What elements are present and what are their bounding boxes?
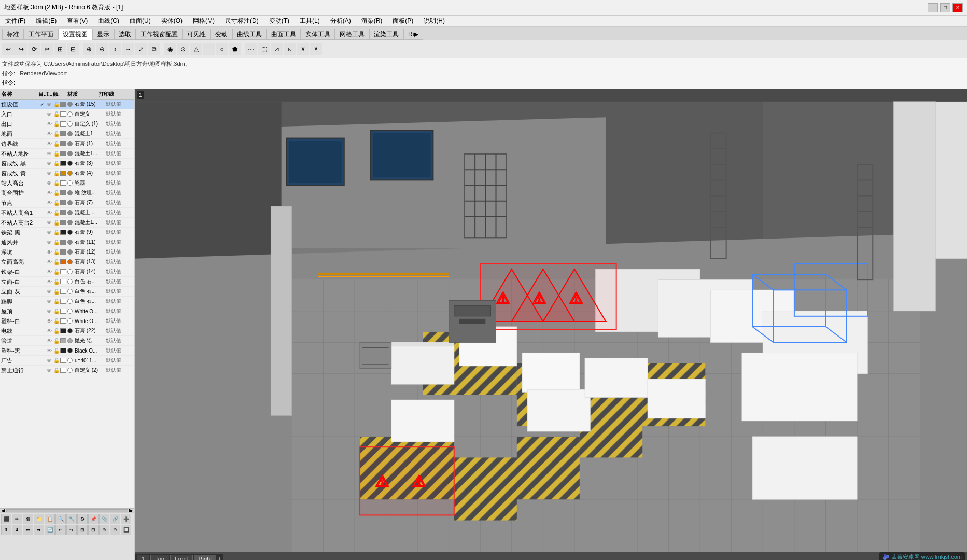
left-toolbar-btn-17[interactable]: ↩ (55, 525, 66, 535)
toolbar-icon-4[interactable]: ⊞ (54, 43, 66, 55)
layer-check-1[interactable] (38, 110, 46, 118)
layer-check-2[interactable] (38, 120, 46, 128)
top-tab-1[interactable]: 工作平面 (24, 29, 58, 40)
layer-row-7[interactable]: 窗成线-黄 👁 🔓 石膏 (4) 默认值 (0, 169, 134, 178)
left-toolbar-btn-4[interactable]: 📋 (45, 514, 55, 524)
layer-check-24[interactable] (38, 337, 46, 344)
toolbar-icon-12[interactable]: ◉ (164, 43, 176, 55)
menu-item-O[interactable]: 实体(O) (158, 16, 186, 26)
left-toolbar-btn-13[interactable]: ⬇ (12, 525, 22, 535)
layer-eye-10[interactable]: 👁 (46, 199, 53, 206)
layer-row-10[interactable]: 节点 👁 🔓 石膏 (7) 默认值 (0, 198, 134, 208)
layer-eye-20[interactable]: 👁 (46, 298, 53, 305)
layer-eye-16[interactable]: 👁 (46, 258, 53, 265)
left-toolbar-btn-23[interactable]: 🔲 (121, 525, 131, 535)
layer-eye-9[interactable]: 👁 (46, 189, 53, 197)
layer-color-swatch-8[interactable] (60, 179, 67, 187)
toolbar-icon-13[interactable]: ⊙ (177, 43, 189, 55)
top-tab-11[interactable]: 网格工具 (335, 29, 369, 40)
top-tab-9[interactable]: 曲面工具 (267, 29, 301, 40)
top-tab-7[interactable]: 变动 (211, 29, 232, 40)
left-toolbar-btn-18[interactable]: ↪ (66, 525, 77, 535)
menu-item-R[interactable]: 渲染(R) (358, 16, 386, 26)
left-toolbar-btn-22[interactable]: ⊖ (110, 525, 120, 535)
layer-row-12[interactable]: 不站人高台2 👁 🔓 混凝土1... 默认值 (0, 218, 134, 228)
menu-item-V[interactable]: 查看(V) (64, 16, 91, 26)
layer-check-8[interactable] (38, 179, 46, 187)
layer-check-13[interactable] (38, 229, 46, 236)
layer-row-23[interactable]: 电线 👁 🔓 石膏 (22) 默认值 (0, 326, 134, 336)
layer-check-15[interactable] (38, 248, 46, 256)
left-toolbar-btn-11[interactable]: ➕ (121, 514, 131, 524)
toolbar-icon-8[interactable]: ↕ (109, 43, 121, 55)
cmd-input[interactable] (17, 78, 173, 87)
layer-color-swatch-21[interactable] (60, 307, 67, 315)
top-tab-4[interactable]: 选取 (114, 29, 136, 40)
layer-lock-6[interactable]: 🔓 (53, 160, 60, 167)
cmd-line3[interactable]: 指令: (2, 78, 965, 87)
layer-check-14[interactable] (38, 239, 46, 246)
layer-color-swatch-16[interactable] (60, 258, 67, 265)
layer-row-16[interactable]: 立面高亮 👁 🔓 石膏 (13) 默认值 (0, 257, 134, 267)
layer-row-11[interactable]: 不站人高台1 👁 🔓 混凝土... 默认值 (0, 208, 134, 218)
layer-lock-21[interactable]: 🔓 (53, 307, 60, 315)
layer-lock-16[interactable]: 🔓 (53, 258, 60, 265)
layer-check-20[interactable] (38, 298, 46, 305)
layer-row-25[interactable]: 塑料-黑 👁 🔓 Black O... 默认值 (0, 346, 134, 356)
layer-row-27[interactable]: 禁止通行 👁 🔓 自定义 (2) 默认值 (0, 366, 134, 375)
toolbar-icon-23[interactable]: ⊻ (310, 43, 322, 55)
layer-lock-2[interactable]: 🔓 (53, 120, 60, 128)
layer-check-10[interactable] (38, 199, 46, 206)
layer-color-swatch-22[interactable] (60, 317, 67, 325)
left-toolbar-btn-19[interactable]: ⊞ (77, 525, 88, 535)
left-toolbar-btn-14[interactable]: ⬅ (23, 525, 33, 535)
top-tab-3[interactable]: 显示 (92, 29, 114, 40)
layer-color-swatch-19[interactable] (60, 288, 67, 295)
layer-check-6[interactable] (38, 160, 46, 167)
layer-eye-17[interactable]: 👁 (46, 268, 53, 275)
menu-item-P[interactable]: 面板(P) (389, 16, 416, 26)
viewport-tab-right[interactable]: Right (194, 555, 217, 560)
layer-row-6[interactable]: 窗成线-黑 👁 🔓 石膏 (3) 默认值 (0, 159, 134, 169)
layer-eye-15[interactable]: 👁 (46, 248, 53, 256)
layer-eye-19[interactable]: 👁 (46, 288, 53, 295)
layer-lock-10[interactable]: 🔓 (53, 199, 60, 206)
menu-item-M[interactable]: 网格(M) (190, 16, 218, 26)
layer-lock-0[interactable]: 🔓 (53, 101, 60, 108)
toolbar-icon-6[interactable]: ⊕ (83, 43, 95, 55)
layer-color-swatch-25[interactable] (60, 347, 67, 354)
layer-eye-5[interactable]: 👁 (46, 150, 53, 157)
layer-color-swatch-4[interactable] (60, 140, 67, 147)
toolbar-icon-11[interactable]: ⧉ (148, 43, 160, 55)
layer-lock-27[interactable]: 🔓 (53, 367, 60, 374)
layer-eye-26[interactable]: 👁 (46, 357, 53, 364)
toolbar-icon-2[interactable]: ⟳ (28, 43, 40, 55)
toolbar-icon-16[interactable]: ○ (216, 43, 228, 55)
layer-check-25[interactable] (38, 347, 46, 354)
layer-check-5[interactable] (38, 150, 46, 157)
layer-lock-20[interactable]: 🔓 (53, 298, 60, 305)
top-tab-6[interactable]: 可见性 (183, 29, 211, 40)
menu-item-D[interactable]: 尺寸标注(D) (222, 16, 262, 26)
layer-eye-3[interactable]: 👁 (46, 130, 53, 137)
layer-check-4[interactable] (38, 140, 46, 147)
layer-eye-14[interactable]: 👁 (46, 239, 53, 246)
left-toolbar-btn-12[interactable]: ⬆ (1, 525, 11, 535)
toolbar-icon-15[interactable]: □ (203, 43, 215, 55)
layer-color-swatch-2[interactable] (60, 120, 67, 128)
layer-lock-25[interactable]: 🔓 (53, 347, 60, 354)
layer-lock-17[interactable]: 🔓 (53, 268, 60, 275)
layer-eye-6[interactable]: 👁 (46, 160, 53, 167)
menu-item-C[interactable]: 曲线(C) (95, 16, 122, 26)
layer-row-3[interactable]: 地面 👁 🔓 混凝土1 默认值 (0, 129, 134, 139)
layer-color-swatch-1[interactable] (60, 110, 67, 118)
left-toolbar-btn-10[interactable]: 🔗 (110, 514, 120, 524)
layer-lock-11[interactable]: 🔓 (53, 209, 60, 216)
layer-eye-22[interactable]: 👁 (46, 317, 53, 325)
minimize-button[interactable]: — (928, 3, 938, 12)
top-tab-5[interactable]: 工作视窗配置 (136, 29, 183, 40)
layer-color-swatch-5[interactable] (60, 150, 67, 157)
layer-check-27[interactable] (38, 367, 46, 374)
toolbar-icon-10[interactable]: ⤢ (135, 43, 147, 55)
viewport-tab-top[interactable]: Top (150, 555, 169, 560)
